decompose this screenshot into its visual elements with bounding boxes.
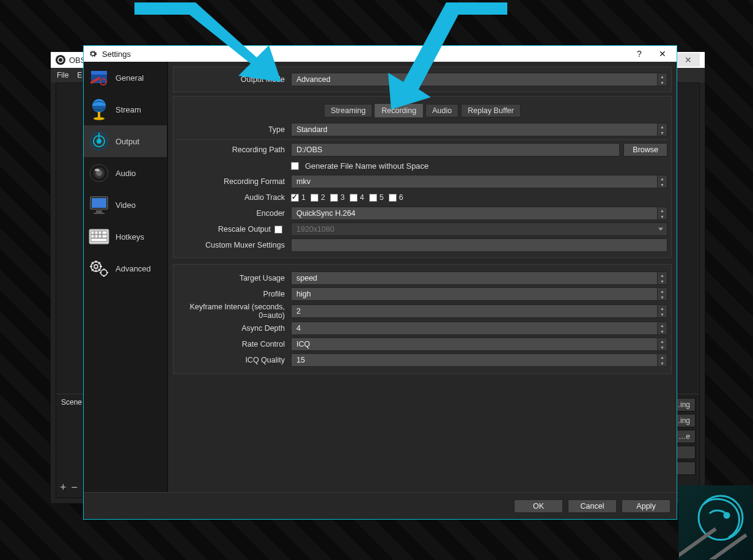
add-scene-icon[interactable]: + bbox=[60, 481, 67, 494]
browse-button[interactable]: Browse bbox=[623, 143, 667, 157]
remove-scene-icon[interactable]: − bbox=[72, 481, 78, 494]
svg-rect-16 bbox=[92, 198, 106, 208]
output-icon bbox=[89, 130, 109, 152]
stream-icon bbox=[89, 98, 109, 120]
ok-button[interactable]: OK bbox=[514, 499, 563, 513]
tab-streaming[interactable]: Streaming bbox=[324, 104, 372, 117]
svg-line-36 bbox=[679, 529, 716, 559]
svg-rect-23 bbox=[102, 231, 107, 234]
svg-point-31 bbox=[101, 270, 107, 276]
advanced-icon bbox=[89, 257, 109, 279]
rate-control-select[interactable]: ICQ▲▼ bbox=[291, 337, 667, 351]
svg-rect-22 bbox=[98, 231, 101, 234]
generate-filename-label: Generate File Name without Space bbox=[305, 161, 428, 171]
cancel-button[interactable]: Cancel bbox=[568, 499, 617, 513]
generate-filename-checkbox[interactable] bbox=[291, 162, 299, 170]
annotation-arrow-right bbox=[367, 0, 526, 112]
sidebar-item-video[interactable]: Video bbox=[84, 189, 167, 221]
recording-path-label: Recording Path bbox=[177, 146, 291, 154]
close-button[interactable]: ✕ bbox=[653, 49, 672, 59]
rescale-output-select[interactable]: 1920x1080 bbox=[291, 223, 667, 236]
async-depth-label: Async Depth bbox=[177, 324, 291, 333]
rate-control-label: Rate Control bbox=[177, 340, 291, 348]
keyframe-interval-input[interactable]: 2▲▼ bbox=[291, 304, 667, 318]
settings-sidebar: General Stream Output Audio Video Hotkey… bbox=[84, 62, 168, 492]
sidebar-item-hotkeys[interactable]: Hotkeys bbox=[84, 221, 167, 252]
scenes-label: Scene bbox=[61, 398, 82, 407]
audio-track-4-checkbox[interactable] bbox=[350, 194, 358, 202]
svg-rect-21 bbox=[95, 231, 98, 234]
svg-rect-28 bbox=[91, 238, 107, 241]
rescale-output-label: Rescale Output bbox=[218, 225, 271, 234]
sidebar-item-stream[interactable]: Stream bbox=[84, 94, 167, 125]
svg-rect-25 bbox=[95, 235, 98, 238]
sidebar-item-output[interactable]: Output bbox=[84, 125, 167, 157]
audio-track-label: Audio Track bbox=[177, 193, 291, 202]
async-depth-input[interactable]: 4▲▼ bbox=[291, 322, 667, 335]
target-usage-select[interactable]: speed▲▼ bbox=[291, 271, 667, 285]
settings-dialog: Settings ? ✕ General Stream Output Audio bbox=[83, 45, 677, 520]
svg-marker-33 bbox=[388, 2, 507, 109]
svg-rect-20 bbox=[91, 231, 94, 234]
settings-title: Settings bbox=[102, 50, 131, 59]
svg-rect-26 bbox=[98, 235, 101, 238]
type-select[interactable]: Standard▲▼ bbox=[291, 123, 667, 136]
audio-track-1-checkbox[interactable] bbox=[291, 194, 299, 202]
icq-quality-label: ICQ Quality bbox=[177, 356, 291, 364]
svg-rect-1 bbox=[91, 71, 107, 75]
watermark-logo bbox=[678, 485, 753, 560]
sidebar-item-label: Output bbox=[116, 137, 139, 146]
video-icon bbox=[89, 194, 109, 216]
menu-file[interactable]: File bbox=[57, 71, 68, 79]
profile-label: Profile bbox=[177, 290, 291, 298]
icq-quality-input[interactable]: 15▲▼ bbox=[291, 353, 667, 367]
audio-icon bbox=[89, 162, 109, 184]
svg-point-30 bbox=[94, 265, 98, 268]
obs-logo-icon bbox=[56, 55, 65, 65]
svg-rect-17 bbox=[96, 210, 102, 213]
sidebar-item-label: Hotkeys bbox=[116, 232, 144, 241]
scene-tools: + − bbox=[60, 481, 78, 494]
apply-button[interactable]: Apply bbox=[622, 499, 670, 513]
main-close-button[interactable]: ✕ bbox=[677, 53, 700, 67]
muxer-settings-label: Custom Muxer Settings bbox=[177, 241, 291, 249]
sidebar-item-advanced[interactable]: Advanced bbox=[84, 252, 167, 284]
svg-rect-27 bbox=[102, 235, 107, 238]
audio-track-2-checkbox[interactable] bbox=[310, 194, 318, 202]
annotation-arrow-left bbox=[128, 0, 287, 88]
audio-track-6-checkbox[interactable] bbox=[389, 194, 397, 202]
sidebar-item-label: Stream bbox=[116, 105, 141, 114]
muxer-settings-input[interactable] bbox=[291, 238, 667, 252]
recording-path-input[interactable]: D:/OBS bbox=[291, 143, 620, 157]
recording-format-select[interactable]: mkv▲▼ bbox=[291, 175, 667, 188]
gear-icon bbox=[89, 50, 97, 58]
sidebar-item-label: Audio bbox=[116, 169, 136, 178]
recording-format-label: Recording Format bbox=[177, 177, 291, 186]
settings-footer: OK Cancel Apply bbox=[84, 492, 677, 519]
type-label: Type bbox=[177, 125, 291, 134]
sidebar-item-label: Advanced bbox=[116, 264, 151, 273]
keyframe-interval-label: Keyframe Interval (seconds, 0=auto) bbox=[177, 303, 291, 320]
encoder-settings-panel: Target Usage speed▲▼ Profile high▲▼ Keyf… bbox=[173, 264, 672, 374]
target-usage-label: Target Usage bbox=[177, 274, 291, 282]
recording-panel: Streaming Recording Audio Replay Buffer … bbox=[173, 96, 672, 258]
svg-marker-32 bbox=[134, 2, 281, 82]
svg-point-6 bbox=[94, 117, 105, 120]
encoder-select[interactable]: QuickSync H.264▲▼ bbox=[291, 207, 667, 220]
help-button[interactable]: ? bbox=[630, 49, 648, 59]
audio-track-5-checkbox[interactable] bbox=[369, 194, 377, 202]
audio-track-3-checkbox[interactable] bbox=[330, 194, 338, 202]
rescale-output-checkbox[interactable] bbox=[274, 226, 282, 234]
svg-point-14 bbox=[95, 169, 100, 171]
sidebar-item-label: Video bbox=[116, 201, 136, 210]
encoder-label: Encoder bbox=[177, 209, 291, 218]
svg-point-35 bbox=[724, 513, 729, 518]
sidebar-item-audio[interactable]: Audio bbox=[84, 157, 167, 189]
general-icon bbox=[89, 67, 109, 89]
profile-select[interactable]: high▲▼ bbox=[291, 287, 667, 301]
settings-content: Output Mode Advanced▲▼ Streaming Recordi… bbox=[168, 62, 677, 492]
svg-rect-24 bbox=[91, 235, 94, 238]
svg-rect-18 bbox=[94, 213, 105, 214]
hotkeys-icon bbox=[89, 226, 109, 248]
